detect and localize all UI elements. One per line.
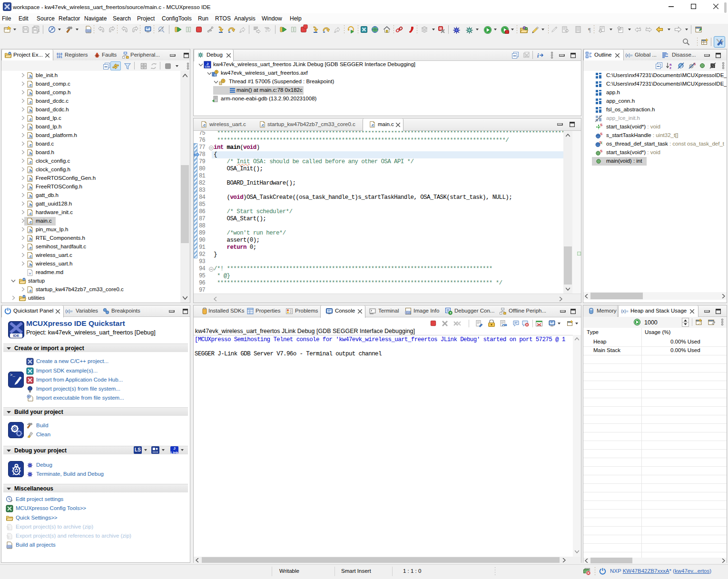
svg-text:z: z <box>669 66 671 69</box>
svg-text:S: S <box>600 123 602 127</box>
svg-text:S: S <box>600 132 602 136</box>
svg-text:010: 010 <box>7 545 11 548</box>
svg-text:i: i <box>537 52 539 59</box>
svg-text:C: C <box>601 141 602 145</box>
svg-text:S: S <box>600 149 602 153</box>
